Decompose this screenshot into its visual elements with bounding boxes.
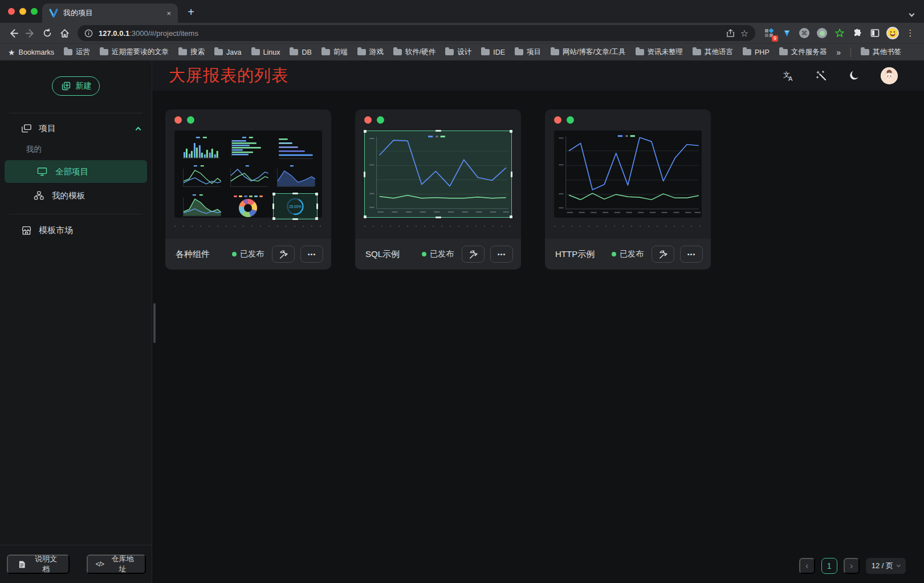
project-card[interactable]: HTTP示例 已发布 ••• xyxy=(545,109,711,270)
card-green-dot xyxy=(377,116,384,124)
home-icon[interactable] xyxy=(56,25,73,41)
bookmark-folder[interactable]: PHP xyxy=(743,48,770,56)
minimize-window-button[interactable] xyxy=(19,8,26,15)
bookmark-folder[interactable]: 游戏 xyxy=(357,47,384,57)
bookmarks-divider xyxy=(850,48,851,57)
folder-icon xyxy=(64,49,72,55)
more-actions-button[interactable]: ••• xyxy=(680,246,703,263)
side-panel-icon[interactable] xyxy=(868,26,882,40)
project-card[interactable]: SQL示例 已发布 ••• xyxy=(355,109,521,270)
card-red-dot xyxy=(174,116,182,124)
grid-extension-icon[interactable]: 9 xyxy=(762,26,776,40)
edit-hammer-button[interactable] xyxy=(462,246,485,263)
bookmark-folder[interactable]: Linux xyxy=(251,48,280,56)
url-host: 127.0.0.1 xyxy=(99,29,129,38)
forward-icon[interactable] xyxy=(22,25,39,41)
back-icon[interactable] xyxy=(5,25,22,41)
dotted-separator xyxy=(554,226,702,227)
chevron-down-icon xyxy=(897,563,901,567)
bookmark-folder[interactable]: 软件/硬件 xyxy=(393,47,435,57)
reload-icon[interactable] xyxy=(39,25,56,41)
other-bookmarks[interactable]: 其他书签 xyxy=(861,47,901,57)
bookmark-folder[interactable]: 资讯未整理 xyxy=(636,47,683,57)
card-thumbnail[interactable] xyxy=(364,131,512,218)
bookmarks-overflow-chevron[interactable]: » xyxy=(836,48,841,57)
bookmark-folder[interactable]: 运营 xyxy=(64,47,90,57)
bookmark-folder[interactable]: 项目 xyxy=(515,47,541,57)
bookmark-folder[interactable]: 文件服务器 xyxy=(779,47,827,57)
bookmark-star-icon[interactable]: ☆ xyxy=(740,28,748,39)
share-icon[interactable] xyxy=(726,29,735,38)
tab-search-chevron-icon[interactable] xyxy=(910,8,914,18)
sidebar-item-all-projects[interactable]: 全部项目 xyxy=(5,160,147,183)
bookmark-folder[interactable]: 设计 xyxy=(445,47,471,57)
sidebar-item-template-market[interactable]: 模板市场 xyxy=(0,219,152,242)
new-tab-button[interactable]: + xyxy=(184,5,198,19)
header-actions: 文A xyxy=(781,67,898,84)
card-footer: SQL示例 已发布 ••• xyxy=(355,239,521,270)
magic-wand-icon[interactable] xyxy=(815,69,828,83)
traffic-lights xyxy=(8,8,38,15)
docs-button[interactable]: 说明文档 xyxy=(7,555,70,574)
page-header: 大屏报表的列表 文A xyxy=(152,60,924,91)
browser-menu-icon[interactable]: ⋮ xyxy=(903,26,917,40)
sidebar-divider xyxy=(9,113,143,113)
gauge-value: 25.00% xyxy=(289,204,302,208)
repo-button[interactable]: </> 仓库地址 xyxy=(87,555,146,574)
sidebar-section-projects[interactable]: 项目 xyxy=(0,117,152,140)
collapse-chevron-icon[interactable] xyxy=(136,127,141,132)
bookmark-folder[interactable]: 网站/博客/文章/工具 xyxy=(551,47,625,57)
next-page-button[interactable]: › xyxy=(844,558,860,574)
green-star-extension-icon[interactable] xyxy=(833,26,846,40)
user-avatar[interactable] xyxy=(881,67,898,84)
bookmark-folder[interactable]: 其他语言 xyxy=(693,47,733,57)
tab-title: 我的项目 xyxy=(63,8,161,18)
bookmark-folder[interactable]: DB xyxy=(290,48,311,56)
edit-hammer-button[interactable] xyxy=(652,246,674,263)
bookmarks-manager[interactable]: ★ Bookmarks xyxy=(8,48,54,57)
language-icon[interactable]: 文A xyxy=(781,69,795,83)
address-bar[interactable]: 127.0.0.1:3000/#/project/items ☆ xyxy=(78,25,755,41)
bookmark-folder[interactable]: IDE xyxy=(481,48,505,56)
bookmark-folder[interactable]: Java xyxy=(214,48,241,56)
tab-close-icon[interactable]: × xyxy=(166,9,171,18)
card-thumbnail[interactable] xyxy=(554,131,702,218)
card-green-dot xyxy=(567,116,574,124)
more-actions-button[interactable]: ••• xyxy=(300,246,323,263)
more-actions-button[interactable]: ••• xyxy=(490,246,513,263)
sidebar-group-mine: 我的 xyxy=(0,140,152,159)
bookmark-folder[interactable]: 搜索 xyxy=(178,47,205,57)
project-card[interactable]: 25.00% 各种组件 已发布 ••• xyxy=(165,109,331,270)
page-size-select[interactable]: 12 / 页 xyxy=(866,558,906,574)
main-area: 大屏报表的列表 文A xyxy=(152,60,924,583)
mini-area-chart-green xyxy=(179,193,223,220)
site-info-icon[interactable] xyxy=(84,29,93,38)
folder-icon xyxy=(515,49,523,55)
mini-hbar-chart xyxy=(226,135,271,161)
edit-hammer-button[interactable] xyxy=(272,246,295,263)
close-window-button[interactable] xyxy=(8,8,15,15)
sidebar-item-my-templates[interactable]: 我的模板 xyxy=(0,184,152,207)
profile-avatar-emoji[interactable] xyxy=(886,26,899,40)
folder-icon xyxy=(779,49,788,55)
scrollbar-thumb[interactable] xyxy=(153,303,156,343)
projects-icon xyxy=(21,124,32,133)
gem-extension-icon[interactable] xyxy=(780,26,793,40)
new-project-button[interactable]: 新建 xyxy=(52,76,100,96)
current-page-button[interactable]: 1 xyxy=(821,558,837,574)
command-extension-icon[interactable]: ⌘ xyxy=(797,26,811,40)
dark-mode-moon-icon[interactable] xyxy=(848,69,861,83)
browser-tab[interactable]: 我的项目 × xyxy=(42,3,178,23)
record-extension-icon[interactable] xyxy=(815,26,829,40)
monitor-icon xyxy=(36,167,48,176)
mini-bar-chart xyxy=(179,135,223,161)
prev-page-button[interactable]: ‹ xyxy=(799,558,815,574)
donut-ring xyxy=(239,199,257,217)
maximize-window-button[interactable] xyxy=(31,8,38,15)
mini-donut-chart xyxy=(226,193,271,220)
folder-icon xyxy=(251,49,260,55)
bookmark-folder[interactable]: 近期需要读的文章 xyxy=(100,47,169,57)
extensions-puzzle-icon[interactable] xyxy=(850,26,864,40)
bookmark-folder[interactable]: 前端 xyxy=(321,47,348,57)
card-thumbnail[interactable]: 25.00% xyxy=(174,131,322,218)
